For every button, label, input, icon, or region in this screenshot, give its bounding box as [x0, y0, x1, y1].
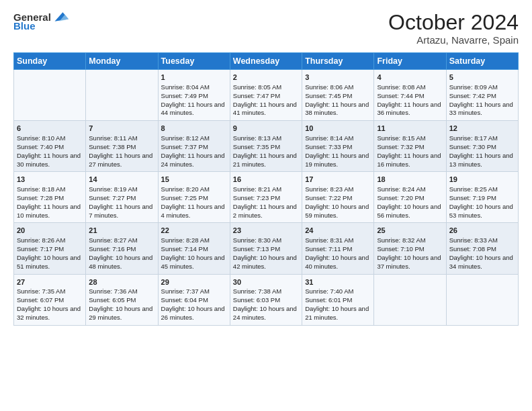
- daylight-text: Daylight: 11 hours and 10 minutes.: [17, 203, 83, 220]
- daylight-text: Daylight: 10 hours and 32 minutes.: [17, 305, 83, 322]
- calendar-cell: 27Sunrise: 7:35 AMSunset: 6:07 PMDayligh…: [14, 274, 86, 325]
- day-number: 21: [89, 226, 154, 236]
- calendar-cell: 1Sunrise: 8:04 AMSunset: 7:49 PMDaylight…: [158, 70, 230, 121]
- sunrise-text: Sunrise: 7:37 AM: [161, 287, 227, 296]
- calendar-cell: 8Sunrise: 8:12 AMSunset: 7:37 PMDaylight…: [158, 121, 230, 172]
- day-number: 8: [161, 124, 227, 134]
- day-number: 17: [305, 175, 371, 185]
- sunrise-text: Sunrise: 8:06 AM: [305, 83, 371, 92]
- week-row-2: 6Sunrise: 8:10 AMSunset: 7:40 PMDaylight…: [14, 121, 519, 172]
- calendar-cell: 14Sunrise: 8:19 AMSunset: 7:27 PMDayligh…: [86, 172, 158, 223]
- day-number: 20: [17, 226, 83, 236]
- calendar-cell: 5Sunrise: 8:09 AMSunset: 7:42 PMDaylight…: [446, 70, 518, 121]
- col-friday: Friday: [374, 53, 446, 70]
- calendar-cell: [14, 70, 86, 121]
- daylight-text: Daylight: 11 hours and 44 minutes.: [161, 101, 227, 118]
- daylight-text: Daylight: 10 hours and 40 minutes.: [305, 254, 371, 271]
- week-row-1: 1Sunrise: 8:04 AMSunset: 7:49 PMDaylight…: [14, 70, 519, 121]
- sunrise-text: Sunrise: 8:13 AM: [233, 134, 299, 143]
- day-number: 18: [377, 175, 443, 185]
- day-number: 30: [233, 277, 299, 287]
- col-wednesday: Wednesday: [230, 53, 302, 70]
- day-number: 16: [233, 175, 299, 185]
- col-sunday: Sunday: [14, 53, 86, 70]
- daylight-text: Daylight: 11 hours and 27 minutes.: [89, 152, 154, 169]
- calendar-cell: 28Sunrise: 7:36 AMSunset: 6:05 PMDayligh…: [86, 274, 158, 325]
- sunrise-text: Sunrise: 8:20 AM: [161, 185, 227, 194]
- calendar-cell: 23Sunrise: 8:30 AMSunset: 7:13 PMDayligh…: [230, 223, 302, 274]
- calendar-cell: 26Sunrise: 8:33 AMSunset: 7:08 PMDayligh…: [446, 223, 518, 274]
- calendar-header: Sunday Monday Tuesday Wednesday Thursday…: [14, 53, 519, 70]
- daylight-text: Daylight: 11 hours and 38 minutes.: [305, 101, 371, 118]
- calendar-cell: 19Sunrise: 8:25 AMSunset: 7:19 PMDayligh…: [446, 172, 518, 223]
- day-number: 5: [449, 73, 515, 83]
- sunrise-text: Sunrise: 7:38 AM: [233, 287, 299, 296]
- col-thursday: Thursday: [302, 53, 374, 70]
- title-block: October 2024 Artazu, Navarre, Spain: [388, 11, 519, 46]
- calendar-cell: [86, 70, 158, 121]
- daylight-text: Daylight: 10 hours and 45 minutes.: [161, 254, 227, 271]
- logo-blue: Blue: [13, 20, 36, 32]
- sunset-text: Sunset: 7:35 PM: [233, 143, 299, 152]
- sunrise-text: Sunrise: 8:09 AM: [449, 83, 515, 92]
- sunrise-text: Sunrise: 8:11 AM: [89, 134, 154, 143]
- sunset-text: Sunset: 7:32 PM: [377, 143, 443, 152]
- sunrise-text: Sunrise: 7:35 AM: [17, 287, 83, 296]
- day-number: 15: [161, 175, 227, 185]
- logo-icon: [52, 11, 69, 23]
- sunset-text: Sunset: 6:03 PM: [233, 296, 299, 305]
- header: General Blue October 2024 Artazu, Navarr…: [13, 11, 519, 46]
- daylight-text: Daylight: 10 hours and 26 minutes.: [161, 305, 227, 322]
- daylight-text: Daylight: 10 hours and 56 minutes.: [377, 203, 443, 220]
- sunset-text: Sunset: 7:16 PM: [89, 245, 154, 254]
- day-number: 24: [305, 226, 371, 236]
- day-number: 7: [89, 124, 154, 134]
- day-number: 23: [233, 226, 299, 236]
- sunrise-text: Sunrise: 8:10 AM: [17, 134, 83, 143]
- calendar-cell: 31Sunrise: 7:40 AMSunset: 6:01 PMDayligh…: [302, 274, 374, 325]
- sunrise-text: Sunrise: 8:12 AM: [161, 134, 227, 143]
- sunrise-text: Sunrise: 7:36 AM: [89, 287, 154, 296]
- daylight-text: Daylight: 10 hours and 21 minutes.: [305, 305, 371, 322]
- calendar-body: 1Sunrise: 8:04 AMSunset: 7:49 PMDaylight…: [14, 70, 519, 325]
- calendar-cell: [446, 274, 518, 325]
- sunset-text: Sunset: 7:49 PM: [161, 92, 227, 101]
- daylight-text: Daylight: 11 hours and 33 minutes.: [449, 101, 515, 118]
- daylight-text: Daylight: 11 hours and 2 minutes.: [233, 203, 299, 220]
- week-row-4: 20Sunrise: 8:26 AMSunset: 7:17 PMDayligh…: [14, 223, 519, 274]
- sunrise-text: Sunrise: 7:40 AM: [305, 287, 371, 296]
- daylight-text: Daylight: 10 hours and 53 minutes.: [449, 203, 515, 220]
- daylight-text: Daylight: 11 hours and 13 minutes.: [449, 152, 515, 169]
- daylight-text: Daylight: 10 hours and 59 minutes.: [305, 203, 371, 220]
- sunrise-text: Sunrise: 8:18 AM: [17, 185, 83, 194]
- calendar-cell: 7Sunrise: 8:11 AMSunset: 7:38 PMDaylight…: [86, 121, 158, 172]
- day-number: 28: [89, 277, 154, 287]
- calendar-cell: 22Sunrise: 8:28 AMSunset: 7:14 PMDayligh…: [158, 223, 230, 274]
- calendar-cell: 9Sunrise: 8:13 AMSunset: 7:35 PMDaylight…: [230, 121, 302, 172]
- sunset-text: Sunset: 7:33 PM: [305, 143, 371, 152]
- calendar-cell: 4Sunrise: 8:08 AMSunset: 7:44 PMDaylight…: [374, 70, 446, 121]
- calendar-cell: 2Sunrise: 8:05 AMSunset: 7:47 PMDaylight…: [230, 70, 302, 121]
- sunrise-text: Sunrise: 8:19 AM: [89, 185, 154, 194]
- sunset-text: Sunset: 7:14 PM: [161, 245, 227, 254]
- sunset-text: Sunset: 7:20 PM: [377, 194, 443, 203]
- day-number: 6: [17, 124, 83, 134]
- sunset-text: Sunset: 6:01 PM: [305, 296, 371, 305]
- sunrise-text: Sunrise: 8:14 AM: [305, 134, 371, 143]
- sunset-text: Sunset: 7:19 PM: [449, 194, 515, 203]
- sunrise-text: Sunrise: 8:28 AM: [161, 236, 227, 245]
- header-row: Sunday Monday Tuesday Wednesday Thursday…: [14, 53, 519, 70]
- sunset-text: Sunset: 7:40 PM: [17, 143, 83, 152]
- sunrise-text: Sunrise: 8:08 AM: [377, 83, 443, 92]
- sunset-text: Sunset: 7:13 PM: [233, 245, 299, 254]
- day-number: 3: [305, 73, 371, 83]
- sunrise-text: Sunrise: 8:24 AM: [377, 185, 443, 194]
- calendar-cell: 15Sunrise: 8:20 AMSunset: 7:25 PMDayligh…: [158, 172, 230, 223]
- daylight-text: Daylight: 10 hours and 48 minutes.: [89, 254, 154, 271]
- daylight-text: Daylight: 11 hours and 30 minutes.: [17, 152, 83, 169]
- calendar-table: Sunday Monday Tuesday Wednesday Thursday…: [13, 52, 519, 325]
- day-number: 9: [233, 124, 299, 134]
- sunrise-text: Sunrise: 8:25 AM: [449, 185, 515, 194]
- day-number: 10: [305, 124, 371, 134]
- daylight-text: Daylight: 11 hours and 41 minutes.: [233, 101, 299, 118]
